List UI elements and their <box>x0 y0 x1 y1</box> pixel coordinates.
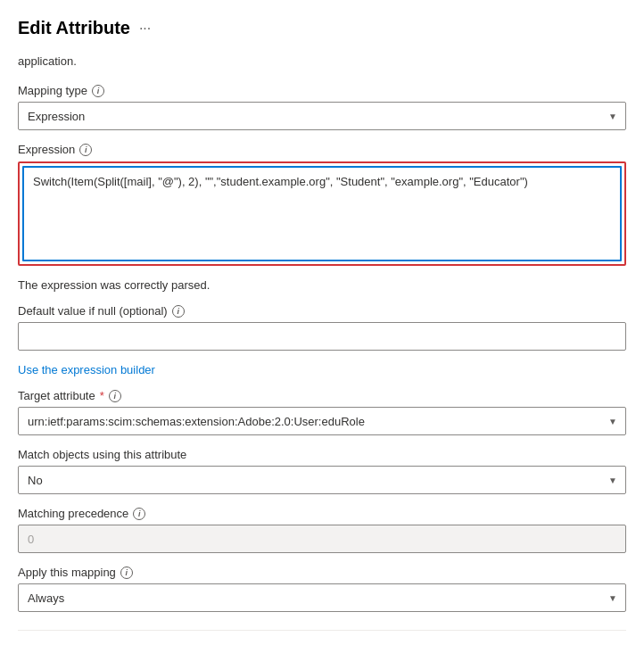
subtitle: application. <box>18 54 626 68</box>
matching-precedence-label: Matching precedence i <box>18 507 626 520</box>
required-star: * <box>100 389 104 402</box>
mapping-type-label: Mapping type i <box>18 84 626 97</box>
mapping-type-info-icon[interactable]: i <box>92 85 104 97</box>
parse-success-message: The expression was correctly parsed. <box>18 278 626 292</box>
apply-mapping-label: Apply this mapping i <box>18 566 626 579</box>
more-options-icon[interactable]: ··· <box>139 21 151 37</box>
target-attribute-group: Target attribute * i urn:ietf:params:sci… <box>18 389 626 435</box>
default-value-label: Default value if null (optional) i <box>18 304 626 318</box>
expression-info-icon[interactable]: i <box>79 144 92 156</box>
target-attribute-info-icon[interactable]: i <box>109 390 121 402</box>
expression-group: Expression i <box>18 143 626 266</box>
mapping-type-group: Mapping type i Expression Direct Constan… <box>18 84 626 130</box>
target-attribute-select-wrapper: urn:ietf:params:scim:schemas:extension:A… <box>18 407 626 435</box>
default-value-group: Default value if null (optional) i <box>18 304 626 351</box>
mapping-type-select[interactable]: Expression Direct Constant <box>18 102 626 130</box>
apply-mapping-select-wrapper: Always Only during object creation Only … <box>18 583 626 612</box>
expression-builder-link[interactable]: Use the expression builder <box>18 363 155 376</box>
expression-label: Expression i <box>18 143 626 156</box>
target-attribute-select[interactable]: urn:ietf:params:scim:schemas:extension:A… <box>18 407 626 435</box>
matching-precedence-input[interactable] <box>18 525 626 553</box>
match-objects-select[interactable]: No Yes <box>18 466 626 494</box>
matching-precedence-group: Matching precedence i <box>18 507 626 553</box>
default-value-info-icon[interactable]: i <box>172 305 185 318</box>
page-title: Edit Attribute <box>18 18 130 38</box>
apply-mapping-group: Apply this mapping i Always Only during … <box>18 566 626 612</box>
expression-inner-border <box>22 166 622 261</box>
expression-outer-border <box>18 161 626 266</box>
footer: Ok <box>18 630 626 645</box>
target-attribute-label: Target attribute * i <box>18 389 626 402</box>
apply-mapping-info-icon[interactable]: i <box>120 566 133 579</box>
mapping-type-select-wrapper: Expression Direct Constant ▼ <box>18 102 626 130</box>
match-objects-label: Match objects using this attribute <box>18 448 626 461</box>
default-value-input[interactable] <box>18 322 626 351</box>
apply-mapping-select[interactable]: Always Only during object creation Only … <box>18 583 626 612</box>
match-objects-select-wrapper: No Yes ▼ <box>18 466 626 494</box>
matching-precedence-info-icon[interactable]: i <box>133 508 145 520</box>
expression-input[interactable] <box>24 168 620 257</box>
match-objects-group: Match objects using this attribute No Ye… <box>18 448 626 494</box>
